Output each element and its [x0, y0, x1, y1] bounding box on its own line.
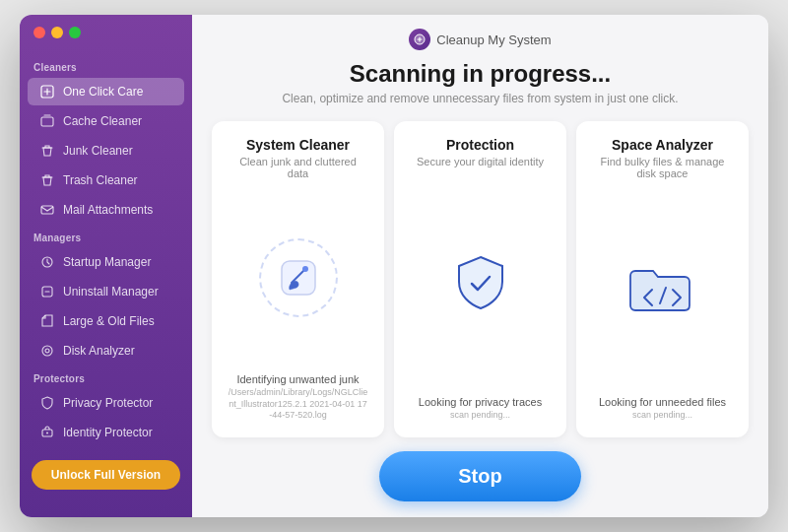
mail-attachments-label: Mail Attachments: [63, 203, 153, 217]
cleaners-section-label: Cleaners: [20, 54, 192, 77]
protectors-section-label: Protectors: [20, 366, 192, 388]
space-analyzer-title: Space Analyzer: [612, 137, 713, 153]
stop-button-area: Stop: [192, 437, 768, 517]
svg-point-8: [46, 432, 48, 434]
system-cleaner-path: /Users/admin/Library/Logs/NGLClient_Illu…: [228, 387, 368, 422]
sidebar-item-disk-analyzer[interactable]: Disk Analyzer: [28, 337, 184, 365]
app-title: Cleanup My System: [436, 33, 551, 47]
space-analyzer-icon-area: [592, 189, 733, 390]
unlock-full-version-button[interactable]: Unlock Full Version: [32, 460, 180, 490]
scan-subtitle: Clean, optimize and remove unnecessary f…: [192, 92, 768, 105]
sidebar-item-one-click-care[interactable]: One Click Care: [28, 78, 184, 105]
space-analyzer-status-sub: scan pending...: [632, 410, 692, 422]
svg-point-5: [42, 346, 52, 356]
svg-point-11: [302, 266, 308, 272]
traffic-lights: [33, 27, 81, 38]
privacy-protector-label: Privacy Protector: [63, 396, 153, 410]
sidebar-item-trash-cleaner[interactable]: Trash Cleaner: [28, 166, 184, 194]
close-button[interactable]: [33, 27, 45, 38]
one-click-care-icon: [39, 84, 55, 100]
svg-rect-2: [41, 206, 53, 214]
sidebar: Cleaners One Click Care Cache Cleaner: [20, 15, 192, 517]
protection-title: Protection: [446, 137, 514, 153]
sidebar-item-startup-manager[interactable]: Startup Manager: [28, 248, 184, 276]
cache-cleaner-label: Cache Cleaner: [63, 114, 142, 128]
system-cleaner-status: Identifying unwanted junk: [236, 373, 359, 385]
space-analyzer-card: Space Analyzer Find bulky files & manage…: [576, 121, 749, 437]
startup-icon: [39, 254, 55, 270]
main-content: Cleanup My System Scanning in progress..…: [192, 15, 768, 517]
app-window: Cleaners One Click Care Cache Cleaner: [20, 15, 768, 517]
space-analyzer-status: Looking for unneeded files: [599, 396, 726, 408]
disk-analyzer-label: Disk Analyzer: [63, 344, 135, 358]
space-analyzer-subtitle: Find bulky files & manage disk space: [592, 156, 733, 179]
svg-rect-10: [282, 261, 315, 295]
minimize-button[interactable]: [51, 27, 63, 38]
system-cleaner-card: System Cleaner Clean junk and cluttered …: [212, 121, 384, 437]
protection-icon-area: [410, 177, 551, 390]
svg-point-6: [45, 349, 49, 353]
startup-manager-label: Startup Manager: [63, 255, 151, 269]
large-old-files-label: Large & Old Files: [63, 314, 155, 328]
scan-progress-title: Scanning in progress...: [192, 60, 768, 88]
trash-cleaner-icon: [39, 172, 55, 188]
sidebar-item-privacy-protector[interactable]: Privacy Protector: [28, 389, 184, 417]
mail-icon: [39, 202, 55, 218]
system-cleaner-icon-area: [228, 189, 368, 367]
maximize-button[interactable]: [69, 27, 81, 38]
sidebar-item-mail-attachments[interactable]: Mail Attachments: [28, 196, 184, 224]
one-click-care-label: One Click Care: [63, 85, 143, 99]
protection-status-sub: scan pending...: [450, 410, 510, 422]
svg-rect-1: [41, 117, 53, 126]
system-cleaner-subtitle: Clean junk and cluttered data: [228, 156, 368, 179]
identity-protector-label: Identity Protector: [63, 426, 153, 439]
sidebar-item-identity-protector[interactable]: Identity Protector: [28, 419, 184, 446]
junk-cleaner-icon: [39, 143, 55, 159]
junk-cleaner-label: Junk Cleaner: [63, 144, 133, 158]
identity-icon: [39, 425, 55, 440]
sidebar-item-large-old-files[interactable]: Large & Old Files: [28, 307, 184, 335]
stop-button[interactable]: Stop: [379, 451, 580, 501]
shield-icon: [446, 249, 515, 318]
managers-section-label: Managers: [20, 225, 192, 247]
sidebar-item-uninstall-manager[interactable]: Uninstall Manager: [28, 278, 184, 305]
sidebar-item-junk-cleaner[interactable]: Junk Cleaner: [28, 137, 184, 165]
privacy-icon: [39, 395, 55, 411]
scan-spinner: [259, 238, 338, 317]
app-header: Cleanup My System: [192, 15, 768, 60]
broom-icon: [274, 253, 323, 302]
protection-card: Protection Secure your digital identity …: [394, 121, 566, 437]
large-files-icon: [39, 313, 55, 329]
uninstall-icon: [39, 284, 55, 299]
app-logo: [409, 29, 430, 50]
cache-cleaner-icon: [39, 113, 55, 129]
scan-cards: System Cleaner Clean junk and cluttered …: [192, 121, 768, 437]
folder-icon: [625, 258, 699, 322]
protection-status: Looking for privacy traces: [419, 396, 542, 408]
system-cleaner-title: System Cleaner: [246, 137, 350, 153]
disk-analyzer-icon: [39, 343, 55, 359]
protection-subtitle: Secure your digital identity: [417, 156, 544, 167]
sidebar-item-cache-cleaner[interactable]: Cache Cleaner: [28, 107, 184, 135]
uninstall-manager-label: Uninstall Manager: [63, 285, 159, 299]
trash-cleaner-label: Trash Cleaner: [63, 173, 138, 187]
